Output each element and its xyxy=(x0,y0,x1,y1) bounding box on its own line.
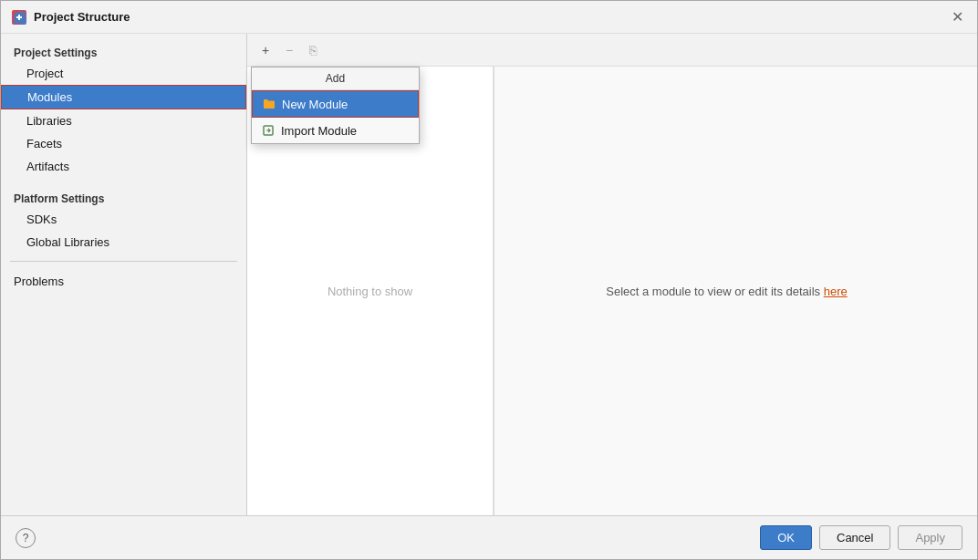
sidebar-item-project[interactable]: Project xyxy=(1,62,246,85)
title-bar: Project Structure ✕ xyxy=(1,1,977,34)
sidebar-item-artifacts[interactable]: Artifacts xyxy=(1,155,246,178)
project-structure-dialog: Project Structure ✕ Project Settings Pro… xyxy=(0,0,978,560)
add-button[interactable]: + xyxy=(255,39,276,61)
sidebar-item-libraries[interactable]: Libraries xyxy=(1,109,246,132)
apply-button[interactable]: Apply xyxy=(898,525,962,550)
sidebar-item-project-label: Project xyxy=(26,67,63,80)
message-prefix: Select a module to view or edit its deta… xyxy=(606,285,823,298)
import-module-icon xyxy=(261,123,276,138)
sidebar-item-problems[interactable]: Problems xyxy=(1,269,246,293)
sidebar-item-modules-label: Modules xyxy=(27,90,72,104)
select-module-message: Select a module to view or edit its deta… xyxy=(606,285,847,298)
help-button[interactable]: ? xyxy=(16,528,36,548)
detail-panel: Select a module to view or edit its deta… xyxy=(494,67,959,515)
project-settings-label: Project Settings xyxy=(1,41,246,62)
sidebar-item-sdks[interactable]: SDKs xyxy=(1,208,246,231)
svg-rect-2 xyxy=(18,15,20,20)
dropdown-item-new-module[interactable]: New Module xyxy=(252,90,419,118)
sidebar-item-facets[interactable]: Facets xyxy=(1,132,246,155)
sidebar-divider xyxy=(10,261,237,262)
sidebar-item-problems-label: Problems xyxy=(14,275,64,288)
app-icon xyxy=(12,10,26,25)
title-bar-left: Project Structure xyxy=(12,10,130,25)
sidebar: Project Settings Project Modules Librari… xyxy=(1,34,247,515)
add-dropdown-menu: Add New Module xyxy=(251,67,420,144)
footer: ? OK Cancel Apply xyxy=(1,515,977,559)
dropdown-item-import-module[interactable]: Import Module xyxy=(252,118,419,143)
sidebar-item-artifacts-label: Artifacts xyxy=(26,160,69,173)
platform-settings-label: Platform Settings xyxy=(1,187,246,208)
sidebar-item-sdks-label: SDKs xyxy=(26,213,57,226)
content-area: Project Settings Project Modules Librari… xyxy=(1,34,977,515)
new-module-icon xyxy=(262,97,276,111)
dropdown-header: Add xyxy=(252,67,419,90)
sidebar-item-global-libraries[interactable]: Global Libraries xyxy=(1,231,246,254)
remove-button[interactable]: − xyxy=(278,39,300,61)
empty-modules-text: Nothing to show xyxy=(328,285,412,298)
sidebar-item-global-libraries-label: Global Libraries xyxy=(26,235,109,249)
sidebar-item-facets-label: Facets xyxy=(26,137,62,150)
main-area: + − ⎘ Add New Module xyxy=(247,34,977,515)
import-module-label: Import Module xyxy=(281,124,357,138)
dialog-title: Project Structure xyxy=(34,10,130,24)
footer-left: ? xyxy=(16,528,753,548)
copy-button[interactable]: ⎘ xyxy=(302,39,324,61)
close-button[interactable]: ✕ xyxy=(948,8,966,26)
new-module-label: New Module xyxy=(282,98,348,111)
cancel-button[interactable]: Cancel xyxy=(819,525,890,550)
ok-button[interactable]: OK xyxy=(760,525,812,550)
message-suffix[interactable]: here xyxy=(824,285,848,298)
toolbar: + − ⎘ Add New Module xyxy=(247,34,977,67)
sidebar-item-libraries-label: Libraries xyxy=(26,114,72,128)
sidebar-item-modules[interactable]: Modules xyxy=(1,85,246,109)
